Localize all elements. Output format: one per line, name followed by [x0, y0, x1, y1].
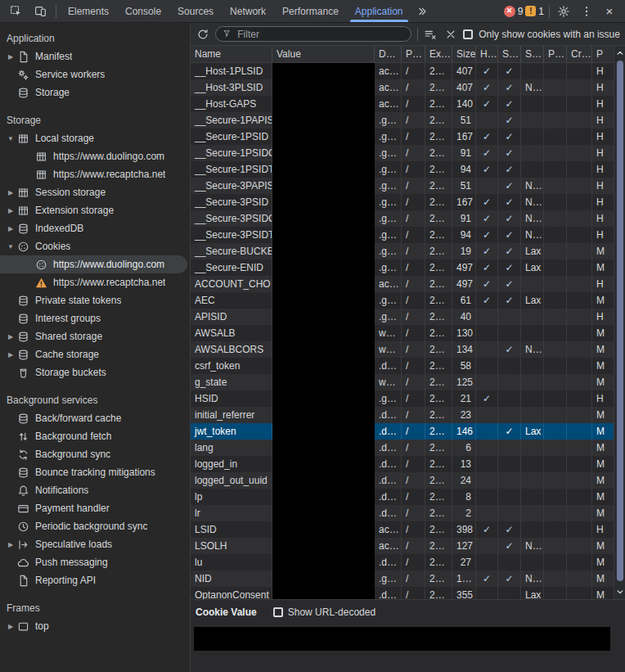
delete-selected-icon[interactable]	[443, 25, 457, 43]
refresh-icon[interactable]	[196, 25, 209, 43]
only-show-issue-checkbox[interactable]	[463, 29, 473, 39]
cell-secure: ✓	[498, 161, 521, 178]
sidebar-item-local-storage[interactable]: ▼Local storage	[0, 129, 190, 147]
scroll-up-icon[interactable]	[614, 47, 625, 59]
column-header-secure[interactable]: S…	[498, 46, 521, 62]
sidebar-item-storage-buckets[interactable]: Storage buckets	[0, 363, 190, 381]
sidebar-item-https-www-recaptcha-net[interactable]: https://www.recaptcha.net	[0, 273, 190, 291]
cookie-row[interactable]: OptanonConsent.d…/2…355LaxM	[191, 587, 625, 599]
sidebar-item-extension-storage[interactable]: ▶Extension storage	[0, 201, 190, 219]
cell-expires: 2…	[425, 145, 452, 161]
sidebar-item-manifest[interactable]: ▶Manifest	[0, 47, 190, 65]
cookie-row[interactable]: __Secure-1PSID.g…/2…167✓✓H	[191, 129, 625, 145]
column-header-name[interactable]: Name	[191, 46, 272, 62]
cookie-row[interactable]: __Host-1PLSIDac…/2…407✓✓H	[191, 63, 625, 79]
column-header-expires[interactable]: Ex…	[425, 46, 452, 62]
column-header-path[interactable]: P…	[402, 46, 425, 62]
column-header-httponly[interactable]: H…	[476, 46, 498, 62]
cookie-row[interactable]: AWSALBw…/2…130M	[191, 325, 625, 341]
cookie-row[interactable]: g_statew…/2…125M	[191, 374, 625, 390]
show-url-decoded-checkbox[interactable]	[273, 607, 283, 617]
sidebar-item-reporting-api[interactable]: Reporting API	[0, 571, 190, 589]
cookie-row[interactable]: LSOLHac…/2…127✓N…M	[191, 538, 625, 554]
filter-input[interactable]	[237, 29, 404, 40]
cookie-row[interactable]: __Secure-3PSIDCC.g…/2…91✓✓N…H	[191, 210, 625, 227]
cookie-row[interactable]: NID.g…/2…1…✓✓N…M	[191, 571, 625, 587]
cookie-row[interactable]: APISID.g…/2…40H	[191, 309, 625, 325]
cookie-row[interactable]: LSIDac…/2…398✓✓H	[191, 521, 625, 538]
column-header-crosssite[interactable]: Cr…	[567, 46, 592, 62]
cookie-row[interactable]: __Secure-1PAPIS….g…/2…51✓H	[191, 112, 625, 129]
cookie-row[interactable]: lr.d…/2…2M	[191, 505, 625, 521]
column-header-domain[interactable]: D…	[375, 46, 402, 62]
cookie-row[interactable]: ACCOUNT_CHO…ac…/2…497✓✓H	[191, 276, 625, 292]
sidebar-item-https-www-recaptcha-net[interactable]: https://www.recaptcha.net	[0, 165, 190, 183]
cell-samesite: Lax	[521, 259, 544, 276]
sidebar-item-session-storage[interactable]: ▶Session storage	[0, 183, 190, 201]
tab-elements[interactable]: Elements	[60, 0, 117, 22]
settings-gear-icon[interactable]	[555, 2, 573, 20]
sidebar-item-background-sync[interactable]: Background sync	[0, 445, 190, 463]
more-tabs-icon[interactable]	[411, 0, 433, 22]
sidebar-item-cookies[interactable]: ▼Cookies	[0, 237, 190, 255]
cookie-row[interactable]: AEC.g…/2…61✓✓LaxM	[191, 292, 625, 309]
device-toolbar-icon[interactable]	[31, 2, 49, 20]
sidebar-item-shared-storage[interactable]: ▶Shared storage	[0, 327, 190, 345]
cookie-row[interactable]: csrf_token.d…/2…58M	[191, 358, 625, 374]
issues-badges[interactable]: ✕ 9 ! 1	[504, 6, 544, 17]
sidebar-item-top[interactable]: ▶top	[0, 617, 190, 635]
tab-application[interactable]: Application	[347, 0, 411, 22]
tab-sources[interactable]: Sources	[169, 0, 222, 22]
sidebar-item-periodic-background-sync[interactable]: Periodic background sync	[0, 517, 190, 535]
cell-crosssite	[567, 423, 592, 440]
sidebar-item-background-fetch[interactable]: Background fetch	[0, 427, 190, 445]
cookie-row[interactable]: __Secure-1PSIDCC.g…/2…91✓✓H	[191, 145, 625, 161]
cookie-row[interactable]: AWSALBCORSw…/2…134✓N…M	[191, 341, 625, 358]
sidebar-item-notifications[interactable]: Notifications	[0, 481, 190, 499]
cell-httponly	[476, 309, 498, 325]
cookie-row[interactable]: jwt_token.d…/2…146✓LaxM	[191, 423, 625, 440]
sidebar-item-push-messaging[interactable]: Push messaging	[0, 553, 190, 571]
clear-all-cookies-icon[interactable]	[424, 25, 438, 43]
close-devtools-icon[interactable]: ×	[600, 2, 618, 20]
sidebar-item-back-forward-cache[interactable]: Back/forward cache	[0, 409, 190, 427]
cookie-row[interactable]: __Secure-1PSIDTS.g…/2…94✓✓H	[191, 161, 625, 178]
sidebar-item-cache-storage[interactable]: ▶Cache storage	[0, 345, 190, 363]
cookie-row[interactable]: initial_referrer.d…/2…23M	[191, 407, 625, 423]
cookie-row[interactable]: __Secure-3PAPIS….g…/2…51✓N…H	[191, 178, 625, 194]
cookie-row[interactable]: __Secure-3PSID.g…/2…167✓✓N…H	[191, 194, 625, 210]
sidebar-item-speculative-loads[interactable]: ▶Speculative loads	[0, 535, 190, 553]
kebab-menu-icon[interactable]	[578, 2, 596, 20]
sidebar-item-interest-groups[interactable]: Interest groups	[0, 309, 190, 327]
scroll-down-icon[interactable]	[614, 586, 625, 598]
scrollbar-thumb[interactable]	[617, 61, 623, 581]
sidebar-item-bounce-tracking-mitigations[interactable]: Bounce tracking mitigations	[0, 463, 190, 481]
inspect-element-icon[interactable]	[7, 2, 25, 20]
sidebar-item-private-state-tokens[interactable]: Private state tokens	[0, 291, 190, 309]
column-header-samesite[interactable]: S…	[521, 46, 544, 62]
table-scrollbar[interactable]	[614, 46, 625, 599]
cookie-row[interactable]: __Host-GAPSac…/2…140✓✓H	[191, 96, 625, 112]
sidebar-item-payment-handler[interactable]: Payment handler	[0, 499, 190, 517]
cookie-row[interactable]: logged_out_uuid.d…/2…24M	[191, 472, 625, 489]
cookie-row[interactable]: __Host-3PLSIDac…/2…407✓✓N…H	[191, 79, 625, 96]
sidebar-item-indexeddb[interactable]: ▶IndexedDB	[0, 219, 190, 237]
tab-console[interactable]: Console	[117, 0, 169, 22]
column-header-value[interactable]: Value	[272, 46, 375, 62]
cookie-row[interactable]: lang.d…/2…6M	[191, 440, 625, 456]
cookie-row[interactable]: __Secure-ENID.g…/2…497✓✓LaxM	[191, 259, 625, 276]
sidebar-item-service-workers[interactable]: Service workers	[0, 65, 190, 83]
cookie-row[interactable]: __Secure-BUCKET.g…/2…19✓✓LaxM	[191, 243, 625, 259]
tab-performance[interactable]: Performance	[274, 0, 347, 22]
sidebar-item-storage[interactable]: Storage	[0, 83, 190, 101]
sidebar-item-https-www-duolingo-com[interactable]: https://www.duolingo.com	[0, 147, 190, 165]
cookie-row[interactable]: __Secure-3PSIDTS.g…/2…94✓✓N…H	[191, 227, 625, 243]
tab-network[interactable]: Network	[222, 0, 274, 22]
cookie-row[interactable]: lp.d…/2…8M	[191, 489, 625, 505]
cookie-row[interactable]: lu.d…/2…27M	[191, 554, 625, 571]
cookie-row[interactable]: logged_in.d…/2…13M	[191, 456, 625, 472]
column-header-size[interactable]: Size	[452, 46, 476, 62]
sidebar-item-https-www-duolingo-com[interactable]: https://www.duolingo.com	[0, 255, 187, 273]
cookie-row[interactable]: HSID.g…/2…21✓H	[191, 390, 625, 407]
column-header-partition[interactable]: P…	[544, 46, 567, 62]
